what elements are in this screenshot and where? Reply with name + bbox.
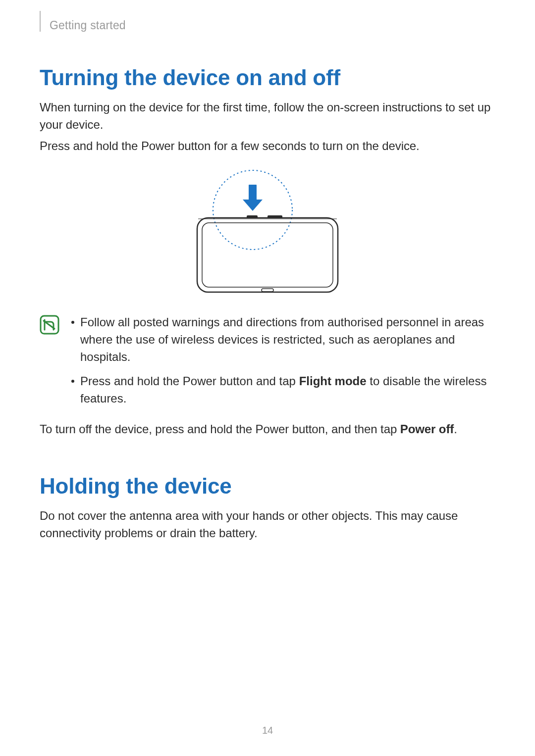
note-block: Follow all posted warnings and direction…: [40, 314, 495, 414]
svg-rect-6: [268, 215, 282, 218]
note-text: Press and hold the Power button and tap …: [80, 373, 495, 407]
page-number: 14: [0, 725, 535, 736]
note-text: Follow all posted warnings and direction…: [80, 314, 495, 365]
paragraph: Do not cover the antenna area with your …: [40, 507, 495, 542]
note-item: Press and hold the Power button and tap …: [71, 373, 495, 407]
section-title-turning-on-off: Turning the device on and off: [40, 65, 495, 90]
paragraph: To turn off the device, press and hold t…: [40, 421, 495, 438]
bullet-icon: [71, 380, 74, 383]
paragraph: Press and hold the Power button for a fe…: [40, 138, 495, 155]
svg-marker-2: [243, 200, 263, 211]
note-item: Follow all posted warnings and direction…: [71, 314, 495, 365]
svg-rect-7: [262, 289, 273, 292]
svg-rect-4: [202, 223, 333, 287]
note-list: Follow all posted warnings and direction…: [71, 314, 495, 414]
header-bar: Getting started: [40, 15, 495, 36]
svg-rect-1: [249, 185, 257, 201]
device-power-illustration: [188, 168, 347, 302]
header-section-label: Getting started: [50, 19, 126, 32]
section-title-holding-device: Holding the device: [40, 474, 495, 499]
manual-page: Getting started Turning the device on an…: [0, 0, 535, 756]
svg-rect-5: [247, 215, 258, 218]
header-mark: [40, 11, 41, 32]
figure-power-button: [40, 168, 495, 302]
paragraph: When turning on the device for the first…: [40, 99, 495, 134]
note-icon: [40, 315, 59, 337]
bullet-icon: [71, 321, 74, 324]
